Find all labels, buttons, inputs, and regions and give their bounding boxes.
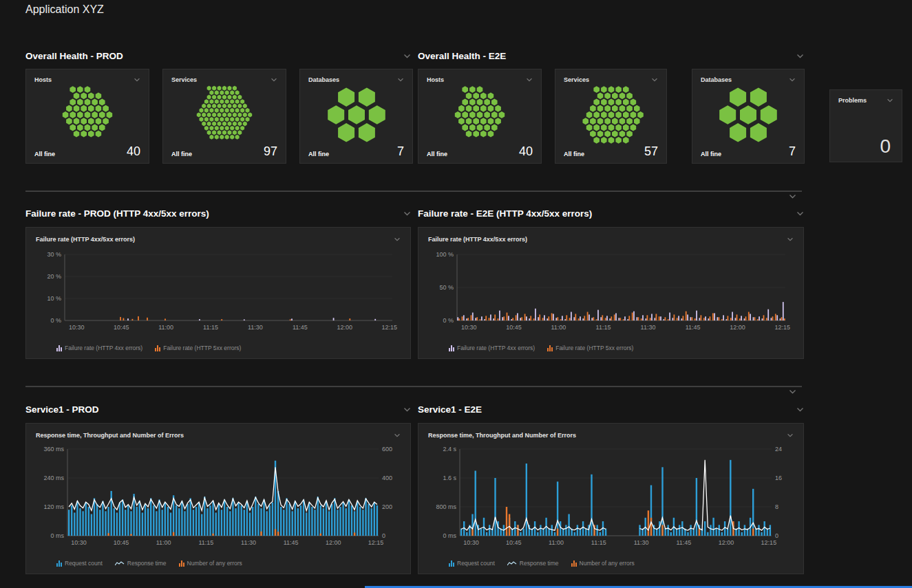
chevron-down-icon[interactable] bbox=[789, 389, 796, 394]
tile-title: Hosts bbox=[427, 76, 444, 83]
chevron-down-icon[interactable] bbox=[134, 78, 140, 82]
legend-item-request-count[interactable]: Request count bbox=[449, 560, 495, 567]
legend-item-request-count[interactable]: Request count bbox=[56, 560, 103, 567]
chart-legend: Failure rate (HTTP 4xx errors) Failure r… bbox=[36, 345, 401, 351]
bar-series-icon bbox=[179, 560, 184, 567]
chevron-down-icon[interactable] bbox=[789, 194, 796, 199]
bar-series-icon bbox=[547, 345, 553, 351]
tile-title: Databases bbox=[308, 76, 339, 83]
svg-text:0 %: 0 % bbox=[443, 317, 454, 324]
svg-text:11:45: 11:45 bbox=[293, 324, 308, 331]
chart-tile-service-prod[interactable]: Response time, Throughput and Number of … bbox=[25, 423, 411, 574]
svg-text:0 ms: 0 ms bbox=[50, 532, 64, 539]
legend-item-errors[interactable]: Number of any errors bbox=[571, 560, 635, 567]
chart-tile-failure-prod[interactable]: Failure rate (HTTP 4xx/5xx errors) 0 %10… bbox=[25, 227, 411, 359]
chart-tile-service-e2e[interactable]: Response time, Throughput and Number of … bbox=[418, 423, 804, 574]
service-metrics-chart-prod[interactable]: 0 ms0120 ms200240 ms400360 ms60010:3010:… bbox=[36, 442, 402, 547]
chevron-down-icon[interactable] bbox=[394, 237, 401, 241]
svg-text:0 %: 0 % bbox=[50, 317, 61, 324]
legend-label: Response time bbox=[127, 560, 167, 567]
legend-item-response-time[interactable]: Response time bbox=[115, 560, 167, 567]
svg-text:0: 0 bbox=[775, 532, 778, 539]
tile-hosts-prod[interactable]: Hosts All fine 40 bbox=[25, 69, 149, 164]
svg-text:11:00: 11:00 bbox=[551, 324, 566, 331]
section-title: Service1 - E2E bbox=[418, 404, 482, 415]
svg-text:12:00: 12:00 bbox=[337, 324, 352, 331]
chevron-down-icon[interactable] bbox=[789, 78, 796, 82]
tile-databases-prod[interactable]: Databases All fine 7 bbox=[299, 69, 413, 164]
chevron-down-icon[interactable] bbox=[796, 407, 804, 412]
chevron-down-icon[interactable] bbox=[397, 78, 404, 82]
svg-text:12:00: 12:00 bbox=[326, 539, 341, 546]
section-header-overall-health-prod: Overall Health - PROD bbox=[25, 49, 411, 63]
entity-count: 57 bbox=[644, 145, 658, 157]
chevron-down-icon[interactable] bbox=[394, 433, 401, 437]
chevron-down-icon[interactable] bbox=[796, 211, 804, 216]
chevron-down-icon[interactable] bbox=[403, 54, 411, 58]
svg-text:12:15: 12:15 bbox=[381, 324, 397, 331]
tile-title: Databases bbox=[701, 76, 732, 83]
chart-legend: Request count Response time Number of an… bbox=[428, 560, 794, 567]
tile-problems[interactable]: Problems 0 bbox=[829, 89, 902, 162]
legend-label: Failure rate (HTTP 5xx errors) bbox=[163, 345, 241, 351]
svg-text:11:45: 11:45 bbox=[686, 324, 701, 331]
section-header-failure-e2e: Failure rate - E2E (HTTP 4xx/5xx errors) bbox=[418, 206, 804, 220]
svg-text:11:30: 11:30 bbox=[248, 324, 263, 331]
tile-title: Hosts bbox=[34, 76, 52, 83]
chevron-down-icon[interactable] bbox=[651, 78, 658, 82]
status-label: All fine bbox=[564, 151, 584, 157]
svg-text:2.4 s: 2.4 s bbox=[443, 446, 456, 453]
service-health-honeycomb[interactable] bbox=[176, 85, 273, 144]
entity-count: 40 bbox=[127, 145, 140, 157]
legend-item-4xx[interactable]: Failure rate (HTTP 4xx errors) bbox=[56, 345, 142, 351]
legend-item-5xx[interactable]: Failure rate (HTTP 5xx errors) bbox=[155, 345, 241, 351]
chevron-down-icon[interactable] bbox=[403, 211, 411, 216]
svg-text:100 %: 100 % bbox=[436, 251, 454, 258]
dashboard: Application XYZ Overall Health - PROD Ov… bbox=[0, 0, 912, 588]
legend-label: Failure rate (HTTP 4xx errors) bbox=[457, 345, 535, 351]
failure-rate-chart-prod[interactable]: 0 %10 %20 %30 %10:3010:4511:0011:1511:30… bbox=[36, 246, 402, 331]
legend-item-4xx[interactable]: Failure rate (HTTP 4xx errors) bbox=[449, 345, 535, 351]
chevron-down-icon[interactable] bbox=[526, 78, 533, 82]
section-title: Overall Health - PROD bbox=[25, 51, 123, 61]
chart-tile-failure-e2e[interactable]: Failure rate (HTTP 4xx/5xx errors) 0 %50… bbox=[418, 227, 804, 359]
svg-text:1.6 s: 1.6 s bbox=[443, 475, 456, 481]
service-metrics-chart-e2e[interactable]: 0 ms0800 ms81.6 s162.4 s2410:3010:4511:0… bbox=[428, 442, 795, 547]
chevron-down-icon[interactable] bbox=[887, 98, 893, 102]
page-title: Application XYZ bbox=[25, 3, 104, 16]
database-health-honeycomb[interactable] bbox=[308, 85, 405, 144]
svg-text:11:00: 11:00 bbox=[156, 539, 171, 546]
problems-count: 0 bbox=[838, 137, 893, 156]
failure-rate-chart-e2e[interactable]: 0 %50 %100 %10:3010:4511:0011:1511:3011:… bbox=[428, 246, 795, 331]
entity-count: 40 bbox=[519, 145, 533, 157]
svg-text:400: 400 bbox=[382, 475, 392, 481]
legend-item-5xx[interactable]: Failure rate (HTTP 5xx errors) bbox=[547, 345, 633, 351]
bar-series-icon bbox=[56, 560, 62, 567]
tile-title: Services bbox=[564, 76, 589, 83]
legend-item-errors[interactable]: Number of any errors bbox=[179, 560, 242, 567]
database-health-honeycomb[interactable] bbox=[700, 85, 796, 144]
svg-text:11:30: 11:30 bbox=[641, 324, 656, 331]
svg-text:200: 200 bbox=[382, 503, 392, 510]
legend-item-response-time[interactable]: Response time bbox=[507, 560, 559, 567]
chevron-down-icon[interactable] bbox=[403, 407, 411, 412]
svg-text:11:15: 11:15 bbox=[198, 539, 213, 546]
tile-services-prod[interactable]: Services All fine 97 bbox=[162, 69, 286, 164]
svg-text:10:30: 10:30 bbox=[461, 324, 477, 331]
service-health-honeycomb[interactable] bbox=[563, 85, 659, 144]
host-health-honeycomb[interactable] bbox=[432, 85, 528, 144]
svg-text:120 ms: 120 ms bbox=[43, 503, 64, 510]
chevron-down-icon[interactable] bbox=[787, 237, 794, 241]
tile-hosts-e2e[interactable]: Hosts All fine 40 bbox=[418, 69, 542, 164]
section-header-overall-health-e2e: Overall Health - E2E bbox=[418, 49, 804, 63]
svg-text:10:45: 10:45 bbox=[114, 324, 129, 331]
tile-services-e2e[interactable]: Services All fine 57 bbox=[555, 69, 667, 164]
tile-databases-e2e[interactable]: Databases All fine 7 bbox=[692, 69, 805, 164]
chevron-down-icon[interactable] bbox=[271, 78, 277, 82]
svg-text:800 ms: 800 ms bbox=[436, 503, 456, 510]
chevron-down-icon[interactable] bbox=[787, 433, 794, 437]
host-health-honeycomb[interactable] bbox=[39, 85, 136, 144]
chevron-down-icon[interactable] bbox=[796, 54, 804, 58]
svg-text:360 ms: 360 ms bbox=[43, 446, 64, 453]
svg-text:10:45: 10:45 bbox=[506, 539, 522, 546]
